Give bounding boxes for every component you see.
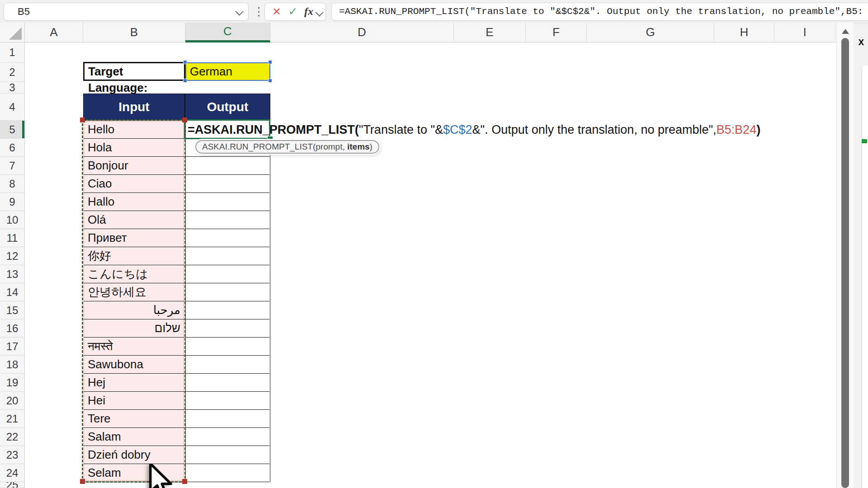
output-cell-C14[interactable]: [186, 283, 269, 301]
task-pane-edge: [862, 66, 868, 488]
formula-ref-c2: $C$2: [443, 123, 472, 136]
scroll-up-icon[interactable]: [842, 29, 849, 34]
row-header-22[interactable]: 22: [0, 428, 25, 446]
reference-handle[interactable]: [268, 79, 272, 83]
row-header-7[interactable]: 7: [0, 157, 25, 175]
range-handle[interactable]: [80, 479, 85, 484]
reference-handle[interactable]: [268, 60, 272, 64]
range-handle[interactable]: [182, 117, 187, 122]
cell-c2-target-language-value[interactable]: German: [185, 62, 270, 81]
name-box-chevron-icon[interactable]: [235, 7, 243, 15]
output-cell-C20[interactable]: [186, 392, 269, 410]
cell-c4-output-header[interactable]: Output: [185, 94, 270, 121]
row-header-12[interactable]: 12: [0, 247, 25, 265]
screentip-current-arg: items: [347, 142, 370, 151]
formula-ref-range: B5:B24: [717, 123, 757, 136]
row-header-19[interactable]: 19: [0, 374, 25, 392]
in-cell-formula-editor[interactable]: =ASKAI.RUN_PROMPT_LIST("Translate to "&$…: [188, 121, 760, 139]
output-cell-C12[interactable]: [186, 247, 269, 265]
function-screentip[interactable]: ASKAI.RUN_PROMPT_LIST(prompt, items): [195, 140, 379, 154]
row-header-5[interactable]: 5: [0, 121, 25, 139]
formula-text: =ASKAI.RUN_PROMPT_LIST("Translate to "&$…: [339, 3, 863, 20]
column-header-E[interactable]: E: [454, 23, 526, 42]
row-header-14[interactable]: 14: [0, 283, 25, 301]
screentip-close: ): [370, 142, 373, 151]
column-header-I[interactable]: I: [774, 23, 835, 42]
row-header-3[interactable]: 3: [0, 82, 25, 94]
output-cell-C10[interactable]: [186, 211, 269, 229]
row-header-16[interactable]: 16: [0, 319, 25, 338]
insert-function-icon[interactable]: fx: [302, 3, 316, 20]
formula-arg1a: "Translate to "&: [359, 123, 443, 136]
output-cell-C16[interactable]: [186, 319, 269, 338]
row-header-13[interactable]: 13: [0, 265, 25, 283]
name-box[interactable]: B5: [4, 3, 249, 21]
formula-bar-buttons: ✕ ✓ fx: [264, 3, 326, 21]
referenced-range-border[interactable]: [82, 119, 186, 483]
output-cell-C23[interactable]: [186, 446, 269, 464]
row-header-2[interactable]: 2: [0, 63, 25, 82]
column-header-H[interactable]: H: [714, 23, 774, 42]
formula-bar-row: B5 ⋮ ✕ ✓ fx =ASKAI.RUN_PROMPT_LIST("Tran…: [0, 0, 868, 23]
column-header-C[interactable]: C: [185, 23, 270, 42]
row-header-21[interactable]: 21: [0, 410, 25, 428]
output-cell-C18[interactable]: [186, 356, 269, 374]
function-chevron-icon[interactable]: [315, 8, 323, 16]
select-all-button[interactable]: [0, 23, 25, 42]
range-handle[interactable]: [182, 479, 187, 484]
row-header-18[interactable]: 18: [0, 356, 25, 374]
scrollbar-thumb[interactable]: [841, 38, 849, 488]
column-header-G[interactable]: G: [587, 23, 714, 42]
pane-marker: [862, 139, 867, 143]
output-cell-C22[interactable]: [186, 428, 269, 446]
cell-b2-target-language-label[interactable]: Target Language:: [83, 62, 185, 81]
select-all-triangle-icon: [9, 27, 22, 40]
enter-icon[interactable]: ✓: [286, 3, 300, 20]
row-header-6[interactable]: 6: [0, 139, 25, 157]
reference-handle[interactable]: [183, 79, 187, 83]
output-cell-C19[interactable]: [186, 374, 269, 392]
active-cell-border: [184, 119, 270, 139]
screentip-text: ASKAI.RUN_PROMPT_LIST(prompt,: [202, 142, 347, 151]
output-column: [185, 121, 270, 482]
output-cell-C17[interactable]: [186, 338, 269, 356]
row-header-15[interactable]: 15: [0, 301, 25, 319]
formula-arg1b: &". Output only the translation, no prea…: [472, 123, 717, 136]
output-cell-C11[interactable]: [186, 229, 269, 247]
output-cell-C7[interactable]: [186, 157, 269, 175]
output-cell-C21[interactable]: [186, 410, 269, 428]
output-cell-C15[interactable]: [186, 301, 269, 319]
column-header-B[interactable]: B: [83, 23, 185, 42]
row-header-1[interactable]: 1: [0, 42, 25, 63]
output-cell-C24[interactable]: [186, 464, 269, 482]
column-header-D[interactable]: D: [270, 23, 454, 42]
row-header-11[interactable]: 11: [0, 229, 25, 247]
column-header-A[interactable]: A: [25, 23, 83, 42]
formula-input[interactable]: =ASKAI.RUN_PROMPT_LIST("Translate to "&$…: [331, 3, 868, 21]
mouse-cursor: [148, 464, 179, 488]
range-handle[interactable]: [80, 117, 85, 122]
formula-bar-options-icon[interactable]: ⋮: [253, 3, 261, 20]
row-header-4[interactable]: 4: [0, 94, 25, 121]
row-header-25[interactable]: 25: [0, 482, 25, 488]
output-cell-C8[interactable]: [186, 175, 269, 193]
vertical-scrollbar[interactable]: [836, 23, 854, 488]
row-header-17[interactable]: 17: [0, 338, 25, 356]
row-header-23[interactable]: 23: [0, 446, 25, 464]
row-header-10[interactable]: 10: [0, 211, 25, 229]
output-cell-C13[interactable]: [186, 265, 269, 283]
cell-b4-input-header[interactable]: Input: [83, 94, 185, 121]
reference-handle[interactable]: [183, 60, 187, 64]
cancel-icon[interactable]: ✕: [269, 3, 284, 20]
output-cell-C9[interactable]: [186, 193, 269, 211]
name-box-value: B5: [18, 3, 30, 20]
row-header-24[interactable]: 24: [0, 464, 25, 482]
row-header-9[interactable]: 9: [0, 193, 25, 211]
column-header-F[interactable]: F: [526, 23, 587, 42]
row-header-8[interactable]: 8: [0, 175, 25, 193]
row-header-20[interactable]: 20: [0, 392, 25, 410]
close-icon[interactable]: x: [855, 35, 867, 48]
formula-close: ): [756, 123, 760, 136]
